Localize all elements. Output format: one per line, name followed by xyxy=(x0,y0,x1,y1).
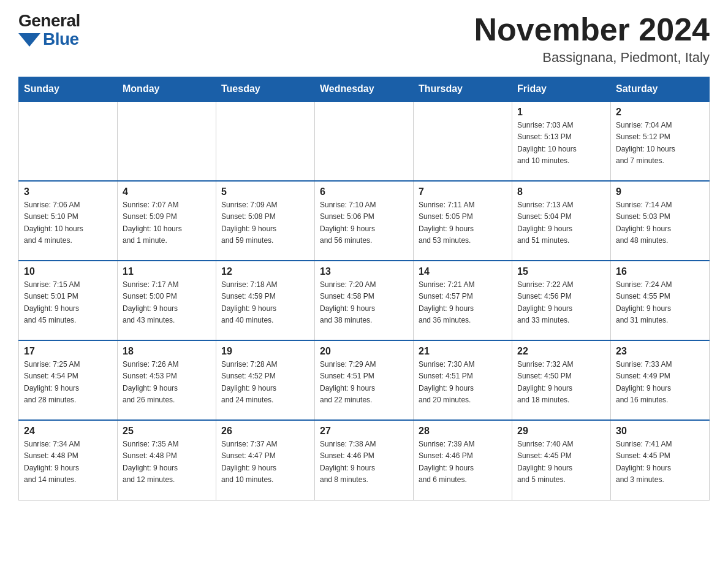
calendar-cell: 26Sunrise: 7:37 AM Sunset: 4:47 PM Dayli… xyxy=(216,420,315,500)
day-info: Sunrise: 7:21 AM Sunset: 4:57 PM Dayligh… xyxy=(419,279,507,326)
calendar-cell: 8Sunrise: 7:13 AM Sunset: 5:04 PM Daylig… xyxy=(512,181,611,261)
day-number: 17 xyxy=(24,346,112,357)
logo-general-text: General xyxy=(18,12,80,29)
day-info: Sunrise: 7:40 AM Sunset: 4:45 PM Dayligh… xyxy=(517,439,605,486)
calendar-cell: 6Sunrise: 7:10 AM Sunset: 5:06 PM Daylig… xyxy=(315,181,414,261)
location-title: Bassignana, Piedmont, Italy xyxy=(474,50,710,66)
day-info: Sunrise: 7:20 AM Sunset: 4:58 PM Dayligh… xyxy=(320,279,408,326)
header-row: SundayMondayTuesdayWednesdayThursdayFrid… xyxy=(19,77,710,102)
calendar-cell: 24Sunrise: 7:34 AM Sunset: 4:48 PM Dayli… xyxy=(19,420,118,500)
day-info: Sunrise: 7:33 AM Sunset: 4:49 PM Dayligh… xyxy=(616,359,704,406)
day-number: 22 xyxy=(517,346,605,357)
day-info: Sunrise: 7:09 AM Sunset: 5:08 PM Dayligh… xyxy=(221,199,309,247)
calendar-cell: 2Sunrise: 7:04 AM Sunset: 5:12 PM Daylig… xyxy=(611,101,710,181)
calendar-cell xyxy=(315,101,414,181)
calendar-cell: 30Sunrise: 7:41 AM Sunset: 4:45 PM Dayli… xyxy=(611,420,710,500)
day-info: Sunrise: 7:14 AM Sunset: 5:03 PM Dayligh… xyxy=(616,199,704,247)
calendar-cell xyxy=(118,101,216,181)
logo: General Blue xyxy=(18,12,80,49)
day-info: Sunrise: 7:38 AM Sunset: 4:46 PM Dayligh… xyxy=(320,439,408,486)
day-header-sunday: Sunday xyxy=(19,77,118,102)
day-header-saturday: Saturday xyxy=(611,77,710,102)
calendar-cell xyxy=(19,101,118,181)
day-number: 1 xyxy=(517,107,605,118)
calendar-cell: 23Sunrise: 7:33 AM Sunset: 4:49 PM Dayli… xyxy=(611,340,710,420)
day-number: 4 xyxy=(123,186,211,197)
day-number: 20 xyxy=(320,346,408,357)
day-number: 9 xyxy=(616,186,704,197)
calendar-cell: 28Sunrise: 7:39 AM Sunset: 4:46 PM Dayli… xyxy=(414,420,512,500)
week-row-1: 1Sunrise: 7:03 AM Sunset: 5:13 PM Daylig… xyxy=(19,101,710,181)
calendar-cell: 15Sunrise: 7:22 AM Sunset: 4:56 PM Dayli… xyxy=(512,261,611,340)
day-number: 24 xyxy=(24,426,112,437)
logo-blue-row: Blue xyxy=(18,29,79,49)
day-info: Sunrise: 7:18 AM Sunset: 4:59 PM Dayligh… xyxy=(221,279,309,326)
day-info: Sunrise: 7:17 AM Sunset: 5:00 PM Dayligh… xyxy=(123,279,211,326)
calendar-cell: 3Sunrise: 7:06 AM Sunset: 5:10 PM Daylig… xyxy=(19,181,118,261)
calendar-cell: 14Sunrise: 7:21 AM Sunset: 4:57 PM Dayli… xyxy=(414,261,512,340)
day-number: 14 xyxy=(419,266,507,277)
calendar-cell: 4Sunrise: 7:07 AM Sunset: 5:09 PM Daylig… xyxy=(118,181,216,261)
calendar-cell: 7Sunrise: 7:11 AM Sunset: 5:05 PM Daylig… xyxy=(414,181,512,261)
day-info: Sunrise: 7:07 AM Sunset: 5:09 PM Dayligh… xyxy=(123,199,211,247)
calendar-cell: 11Sunrise: 7:17 AM Sunset: 5:00 PM Dayli… xyxy=(118,261,216,340)
day-number: 11 xyxy=(123,266,211,277)
day-number: 19 xyxy=(221,346,309,357)
day-header-friday: Friday xyxy=(512,77,611,102)
day-info: Sunrise: 7:37 AM Sunset: 4:47 PM Dayligh… xyxy=(221,439,309,486)
day-number: 26 xyxy=(221,426,309,437)
calendar-cell: 10Sunrise: 7:15 AM Sunset: 5:01 PM Dayli… xyxy=(19,261,118,340)
day-number: 6 xyxy=(320,186,408,197)
calendar-cell: 21Sunrise: 7:30 AM Sunset: 4:51 PM Dayli… xyxy=(414,340,512,420)
calendar-cell xyxy=(414,101,512,181)
day-info: Sunrise: 7:15 AM Sunset: 5:01 PM Dayligh… xyxy=(24,279,112,326)
day-info: Sunrise: 7:03 AM Sunset: 5:13 PM Dayligh… xyxy=(517,120,605,167)
calendar-table: SundayMondayTuesdayWednesdayThursdayFrid… xyxy=(18,77,710,500)
day-info: Sunrise: 7:41 AM Sunset: 4:45 PM Dayligh… xyxy=(616,439,704,486)
calendar-cell: 5Sunrise: 7:09 AM Sunset: 5:08 PM Daylig… xyxy=(216,181,315,261)
week-row-3: 10Sunrise: 7:15 AM Sunset: 5:01 PM Dayli… xyxy=(19,261,710,340)
day-number: 13 xyxy=(320,266,408,277)
day-number: 7 xyxy=(419,186,507,197)
day-info: Sunrise: 7:35 AM Sunset: 4:48 PM Dayligh… xyxy=(123,439,211,486)
calendar-cell: 20Sunrise: 7:29 AM Sunset: 4:51 PM Dayli… xyxy=(315,340,414,420)
day-number: 15 xyxy=(517,266,605,277)
week-row-5: 24Sunrise: 7:34 AM Sunset: 4:48 PM Dayli… xyxy=(19,420,710,500)
day-info: Sunrise: 7:39 AM Sunset: 4:46 PM Dayligh… xyxy=(419,439,507,486)
calendar-cell: 9Sunrise: 7:14 AM Sunset: 5:03 PM Daylig… xyxy=(611,181,710,261)
logo-blue-text: Blue xyxy=(43,29,79,49)
day-info: Sunrise: 7:13 AM Sunset: 5:04 PM Dayligh… xyxy=(517,199,605,247)
day-info: Sunrise: 7:06 AM Sunset: 5:10 PM Dayligh… xyxy=(24,199,112,247)
day-info: Sunrise: 7:22 AM Sunset: 4:56 PM Dayligh… xyxy=(517,279,605,326)
calendar-cell: 12Sunrise: 7:18 AM Sunset: 4:59 PM Dayli… xyxy=(216,261,315,340)
calendar-cell: 22Sunrise: 7:32 AM Sunset: 4:50 PM Dayli… xyxy=(512,340,611,420)
day-number: 23 xyxy=(616,346,704,357)
calendar-cell: 16Sunrise: 7:24 AM Sunset: 4:55 PM Dayli… xyxy=(611,261,710,340)
day-info: Sunrise: 7:26 AM Sunset: 4:53 PM Dayligh… xyxy=(123,359,211,406)
calendar-cell: 19Sunrise: 7:28 AM Sunset: 4:52 PM Dayli… xyxy=(216,340,315,420)
day-header-wednesday: Wednesday xyxy=(315,77,414,102)
calendar-cell: 17Sunrise: 7:25 AM Sunset: 4:54 PM Dayli… xyxy=(19,340,118,420)
day-info: Sunrise: 7:24 AM Sunset: 4:55 PM Dayligh… xyxy=(616,279,704,326)
page-header: General Blue November 2024 Bassignana, P… xyxy=(18,12,710,66)
day-info: Sunrise: 7:25 AM Sunset: 4:54 PM Dayligh… xyxy=(24,359,112,406)
day-number: 3 xyxy=(24,186,112,197)
day-number: 16 xyxy=(616,266,704,277)
calendar-cell: 29Sunrise: 7:40 AM Sunset: 4:45 PM Dayli… xyxy=(512,420,611,500)
calendar-cell: 13Sunrise: 7:20 AM Sunset: 4:58 PM Dayli… xyxy=(315,261,414,340)
day-number: 25 xyxy=(123,426,211,437)
day-number: 2 xyxy=(616,107,704,118)
day-info: Sunrise: 7:34 AM Sunset: 4:48 PM Dayligh… xyxy=(24,439,112,486)
day-number: 8 xyxy=(517,186,605,197)
day-number: 29 xyxy=(517,426,605,437)
day-number: 27 xyxy=(320,426,408,437)
logo-triangle-icon xyxy=(18,33,40,47)
day-header-monday: Monday xyxy=(118,77,216,102)
day-number: 12 xyxy=(221,266,309,277)
week-row-2: 3Sunrise: 7:06 AM Sunset: 5:10 PM Daylig… xyxy=(19,181,710,261)
calendar-cell: 27Sunrise: 7:38 AM Sunset: 4:46 PM Dayli… xyxy=(315,420,414,500)
day-number: 5 xyxy=(221,186,309,197)
day-info: Sunrise: 7:30 AM Sunset: 4:51 PM Dayligh… xyxy=(419,359,507,406)
day-header-thursday: Thursday xyxy=(414,77,512,102)
day-number: 21 xyxy=(419,346,507,357)
